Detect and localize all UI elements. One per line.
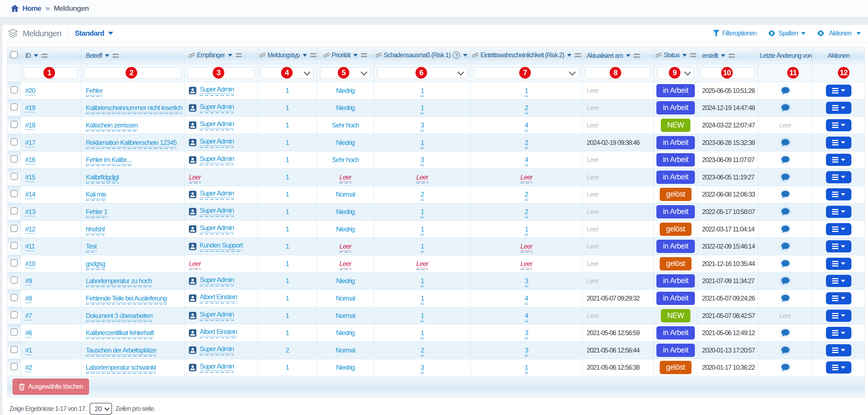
prioritaet-value[interactable]: Sehr hoch [332,121,359,129]
empfaenger-link[interactable]: Super Admin [200,189,234,200]
id-link[interactable]: #19 [25,104,35,111]
comment-icon[interactable] [781,225,789,233]
meldungstyp-value[interactable]: 1 [285,87,289,94]
sort-caret-icon[interactable] [463,54,467,57]
sort-caret-icon[interactable] [721,54,725,57]
betreff-link[interactable]: Fehlende Teile bei Auslieferung [86,294,167,305]
status-badge[interactable]: in Arbeit [656,153,694,166]
cell-schadensausmass-link[interactable]: 1 [421,208,424,218]
row-checkbox[interactable] [10,121,18,128]
empfaenger-link[interactable]: Albert Einstein [200,328,237,338]
cell-eintrittswahrscheinlichkeit-link[interactable]: 1 [525,225,528,235]
betreff-link[interactable]: Kalibrierscheinnummer nicht leserlich [86,104,182,114]
id-link[interactable]: #1 [25,346,32,354]
status-badge[interactable]: in Arbeit [656,344,694,357]
row-actions-button[interactable] [826,102,851,114]
column-header-status[interactable]: Status [654,47,698,64]
empfaenger-link[interactable]: Albert Einstein [200,293,237,303]
comment-icon[interactable] [781,156,789,164]
row-actions-button[interactable] [826,223,851,235]
column-menu-icon[interactable] [113,54,119,58]
id-link[interactable]: #20 [25,87,35,94]
betreff-link[interactable]: Fehler [86,87,102,97]
column-header-select[interactable] [7,47,21,64]
empfaenger-link[interactable]: Kunden Support [200,242,243,252]
cell-eintrittswahrscheinlichkeit-link[interactable]: 3 [525,346,528,356]
id-link[interactable]: #12 [25,225,35,233]
comment-icon[interactable] [781,173,789,181]
status-badge[interactable]: in Arbeit [656,292,694,305]
prioritaet-empty-link[interactable]: Leer [339,243,351,252]
status-badge[interactable]: in Arbeit [656,274,694,288]
cell-schadensausmass-link[interactable]: 2 [421,346,424,356]
cell-eintrittswahrscheinlichkeit-link[interactable]: 4 [525,121,528,131]
cell-eintrittswahrscheinlichkeit-link[interactable]: 2 [525,208,528,218]
prioritaet-value[interactable]: Normal [336,346,355,354]
prioritaet-value[interactable]: Niedrig [336,139,354,146]
betreff-link[interactable]: Fehler 1 [86,208,107,218]
meldungstyp-value[interactable]: 1 [285,363,289,371]
delete-selected-button[interactable]: Ausgewählte löschen [12,379,89,395]
meldungstyp-value[interactable]: 1 [285,173,289,181]
betreff-link[interactable]: Kalibrfldgdjgl [86,173,119,183]
empfaenger-link[interactable]: Super Admin [200,103,234,113]
cell-schadensausmass-link[interactable]: 1 [421,312,424,322]
cell-eintrittswahrscheinlichkeit-link[interactable]: 1 [525,363,528,374]
sort-caret-icon[interactable] [34,54,38,57]
column-header-id[interactable]: ID [21,47,81,64]
row-actions-button[interactable] [826,188,851,200]
column-menu-icon[interactable] [728,54,735,58]
cell-schadensausmass-link[interactable]: 1 [421,225,424,235]
cell-schadensausmass-link[interactable]: 1 [421,294,424,305]
meldungstyp-value[interactable]: 1 [285,139,289,146]
empfaenger-link[interactable]: Super Admin [200,155,234,165]
cell-schadensausmass-link[interactable]: 1 [421,277,424,287]
cell-eintrittswahrscheinlichkeit-link[interactable]: 2 [525,191,528,200]
betreff-link[interactable]: hhsfshf [86,225,104,235]
filter-options-button[interactable]: Filteroptionen [713,30,756,37]
row-checkbox[interactable] [10,242,18,249]
select-all-checkbox[interactable] [10,51,18,58]
meldungstyp-value[interactable]: 1 [285,208,289,215]
cell-eintrittswahrscheinlichkeit-link[interactable]: 4 [525,312,528,322]
id-link[interactable]: #16 [25,156,35,163]
column-menu-icon[interactable] [361,53,367,57]
comment-icon[interactable] [781,243,789,251]
cell-schadensausmass-link[interactable]: 3 [421,121,424,131]
cell-schadensausmass-link[interactable]: 3 [421,156,424,166]
meldungstyp-value[interactable]: 1 [285,225,289,233]
row-checkbox[interactable] [10,138,18,146]
sort-caret-icon[interactable] [105,54,109,57]
row-checkbox[interactable] [10,259,18,266]
cell-schadensausmass-link[interactable]: 1 [421,87,424,97]
cell-schadensausmass-empty-link[interactable]: Leer [416,260,428,270]
betreff-link[interactable]: Dokument 3 überarbeiten [86,312,152,322]
id-link[interactable]: #18 [25,121,35,129]
column-menu-icon[interactable] [236,53,242,57]
comment-icon[interactable] [781,191,789,198]
status-badge[interactable]: gelöst [660,257,691,270]
row-actions-button[interactable] [826,119,851,131]
row-actions-button[interactable] [826,85,851,97]
meldungstyp-value[interactable]: 1 [285,329,289,337]
id-link[interactable]: #15 [25,173,35,181]
row-checkbox[interactable] [10,103,18,110]
betreff-link[interactable]: Fehler im Kalibr.... [86,156,132,166]
comment-icon[interactable] [781,346,789,354]
status-badge[interactable]: in Arbeit [656,84,694,97]
empfaenger-link[interactable]: Super Admin [200,362,234,373]
betreff-link[interactable]: Tauschen der Arbeitsplätze [86,346,156,356]
row-actions-button[interactable] [826,275,851,287]
cell-schadensausmass-link[interactable]: 1 [421,243,424,252]
comment-icon[interactable] [781,87,789,95]
id-link[interactable]: #17 [25,139,35,146]
prioritaet-empty-link[interactable]: Leer [339,260,351,270]
prioritaet-value[interactable]: Niedrig [336,104,354,111]
meldungstyp-value[interactable]: 1 [285,294,289,302]
column-header-aktualisiert[interactable]: Aktualisiert am [582,47,654,64]
empfaenger-link[interactable]: Super Admin [200,120,234,130]
meldungstyp-value[interactable]: 1 [285,121,289,129]
betreff-link[interactable]: Kali mis [86,191,106,200]
cell-eintrittswahrscheinlichkeit-empty-link[interactable]: Leer [521,173,532,183]
row-checkbox[interactable] [10,363,18,370]
